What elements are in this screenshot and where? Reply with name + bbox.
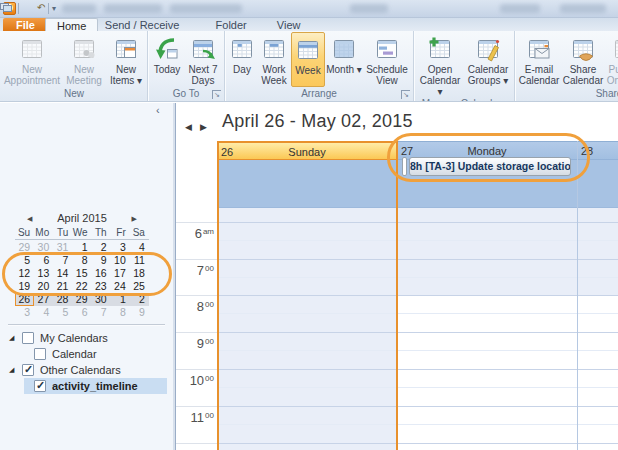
minical-day[interactable]: 11 <box>130 254 149 267</box>
minical-day[interactable]: 5 <box>53 306 72 319</box>
dialog-launcher-icon[interactable]: ↘ <box>212 90 221 99</box>
minical-day[interactable]: 21 <box>53 280 72 293</box>
minical-day[interactable]: 27 <box>34 293 53 306</box>
gutter-hour-line <box>176 406 217 407</box>
calendar-checkbox[interactable] <box>22 332 34 344</box>
ribbon-button-work-week[interactable]: Work Week <box>257 32 291 87</box>
tab-home[interactable]: Home <box>45 18 98 31</box>
previous-week-icon[interactable]: ◀ <box>185 122 192 132</box>
calendar-checkbox[interactable] <box>34 348 46 360</box>
minical-day[interactable]: 26 <box>15 293 34 306</box>
undo-icon[interactable]: ↶ <box>37 2 45 13</box>
calendar-checkbox[interactable]: ✓ <box>22 364 34 376</box>
divider <box>18 3 19 14</box>
minical-day[interactable]: 14 <box>53 267 72 280</box>
minical-day[interactable]: 9 <box>130 306 149 319</box>
minical-day[interactable]: 17 <box>111 267 130 280</box>
minical-day[interactable]: 22 <box>72 280 91 293</box>
minical-day[interactable]: 3 <box>111 241 130 254</box>
ribbon-button-new-items[interactable]: New Items ▾ <box>107 32 145 87</box>
minical-day[interactable]: 25 <box>130 280 149 293</box>
event-bar[interactable]: 8h [TA-3] Update storage location <box>409 157 571 176</box>
minical-day[interactable]: 24 <box>111 280 130 293</box>
ribbon-button-new-meeting[interactable]: New Meeting <box>61 32 107 87</box>
minical-day[interactable]: 18 <box>130 267 149 280</box>
ribbon-button-schedule-view[interactable]: Schedule View <box>363 32 411 87</box>
dialog-launcher-icon[interactable]: ↘ <box>401 90 410 99</box>
minical-prev-month-icon[interactable]: ◀ <box>27 214 32 224</box>
day-column-header-28[interactable]: 28 <box>577 141 618 160</box>
sidebar-item-calendar[interactable]: Calendar <box>0 346 173 362</box>
sidebar-item-my-calendars[interactable]: ◢My Calendars <box>0 330 173 346</box>
expand-collapse-icon[interactable]: ◢ <box>9 366 14 374</box>
minical-day[interactable]: 6 <box>34 254 53 267</box>
minical-day[interactable]: 29 <box>15 241 34 254</box>
minical-day[interactable]: 16 <box>92 267 111 280</box>
new-items-icon <box>113 34 139 64</box>
calendar-checkbox[interactable]: ✓ <box>34 380 46 392</box>
tab-view[interactable]: View <box>266 18 312 31</box>
minical-day[interactable]: 1 <box>111 293 130 306</box>
blurred-title-text <box>500 4 540 13</box>
ribbon-group-go-to: TodayNext 7 DaysGo To↘ <box>148 31 225 101</box>
minical-day[interactable]: 23 <box>92 280 111 293</box>
minical-day[interactable]: 4 <box>34 306 53 319</box>
sidebar-item-activity-timeline[interactable]: ✓activity_timeline <box>0 378 173 394</box>
gutter-hour-line <box>176 332 217 333</box>
minical-day[interactable]: 13 <box>34 267 53 280</box>
all-day-area[interactable] <box>577 160 618 207</box>
minical-day[interactable]: 10 <box>111 254 130 267</box>
ribbon-button-day[interactable]: Day <box>227 32 257 87</box>
day-column-header-26[interactable]: 26Sunday <box>217 141 397 160</box>
minical-day[interactable]: 12 <box>15 267 34 280</box>
minical-day[interactable]: 30 <box>34 241 53 254</box>
tab-folder[interactable]: Folder <box>205 18 258 31</box>
work-week-icon <box>261 34 287 64</box>
next-week-icon[interactable]: ▶ <box>200 122 207 132</box>
minical-day[interactable]: 28 <box>53 293 72 306</box>
expand-collapse-icon[interactable]: ◢ <box>9 334 14 342</box>
minical-day[interactable]: 6 <box>72 306 91 319</box>
event-category-strip <box>402 157 407 176</box>
ribbon-button-publish-online[interactable]: Publish Online ▾ <box>605 32 618 87</box>
minical-day[interactable]: 20 <box>34 280 53 293</box>
ribbon-button-today[interactable]: Today <box>150 32 184 87</box>
ribbon-button-new-appointment[interactable]: New Appointment <box>3 32 61 87</box>
ribbon-button-share-calendar[interactable]: Share Calendar <box>561 32 605 87</box>
minical-day[interactable]: 8 <box>72 254 91 267</box>
minical-day[interactable]: 19 <box>15 280 34 293</box>
minical-day[interactable]: 3 <box>15 306 34 319</box>
send-receive-icon[interactable] <box>0 3 13 13</box>
customize-quick-access-icon[interactable]: ▾ <box>52 4 56 13</box>
ribbon-button-e-mail-calendar[interactable]: E-mail Calendar <box>517 32 561 87</box>
minical-day[interactable]: 2 <box>130 293 149 306</box>
minical-day[interactable]: 7 <box>92 306 111 319</box>
minical-next-month-icon[interactable]: ▶ <box>132 214 137 224</box>
minical-day[interactable]: 2 <box>92 241 111 254</box>
hour-line <box>217 406 618 407</box>
ribbon-button-next-7-days[interactable]: Next 7 Days <box>184 32 222 87</box>
ribbon-button-calendar-groups[interactable]: Calendar Groups ▾ <box>464 32 512 97</box>
minical-day[interactable]: 4 <box>130 241 149 254</box>
minical-day[interactable]: 7 <box>53 254 72 267</box>
minical-day[interactable]: 5 <box>15 254 34 267</box>
ribbon-button-open-calendar[interactable]: Open Calendar ▾ <box>416 32 464 97</box>
collapse-navpane-button[interactable]: ‹ <box>156 104 160 116</box>
minical-day[interactable]: 9 <box>92 254 111 267</box>
minical-day[interactable]: 1 <box>72 241 91 254</box>
outlook-window: O ↶ ▾ FileHomeSend / ReceiveFolderView N… <box>0 0 618 450</box>
today-right-border <box>396 141 398 450</box>
half-hour-line <box>217 277 618 278</box>
minical-day[interactable]: 15 <box>72 267 91 280</box>
ribbon-button-month[interactable]: Month ▾ <box>325 32 363 87</box>
minical-day[interactable]: 30 <box>92 293 111 306</box>
minical-day[interactable]: 29 <box>72 293 91 306</box>
sidebar-item-other-calendars[interactable]: ◢✓Other Calendars <box>0 362 173 378</box>
tab-file[interactable]: File <box>3 18 48 31</box>
minical-day[interactable]: 8 <box>111 306 130 319</box>
time-label: 6am <box>176 224 214 242</box>
all-day-area[interactable] <box>217 160 397 207</box>
ribbon-button-week[interactable]: Week <box>291 32 325 87</box>
tab-send-receive[interactable]: Send / Receive <box>94 18 191 31</box>
minical-day[interactable]: 31 <box>53 241 72 254</box>
